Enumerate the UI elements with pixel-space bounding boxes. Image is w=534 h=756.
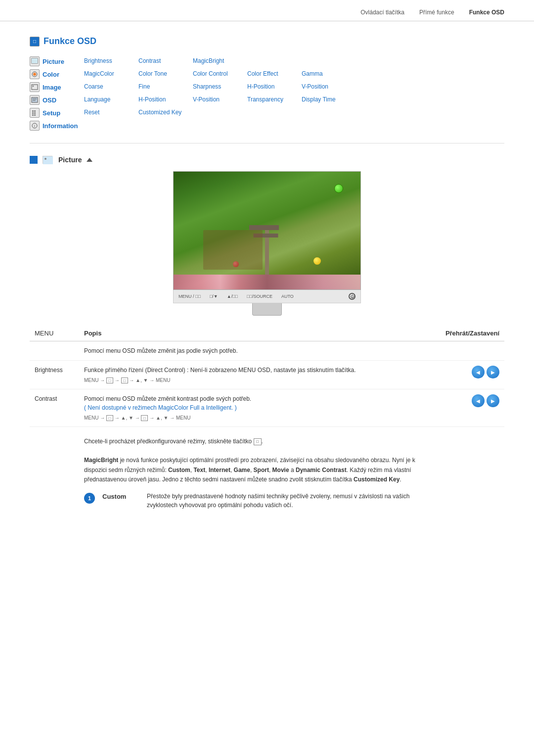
- contrast-path: MENU → □ → ▲, ▼ → □ → ▲, ▼ → MENU: [84, 414, 436, 422]
- sharpness-link[interactable]: Sharpness: [193, 82, 247, 91]
- table-row-contrast: Contrast Pomocí menu OSD můžete změnit k…: [30, 389, 504, 427]
- info-table: MENU Popis Přehrát/Zastavení Pomocí menu…: [30, 326, 504, 515]
- v-position-image-link[interactable]: V-Position: [302, 82, 356, 91]
- picture-label[interactable]: Picture: [43, 58, 64, 65]
- information-label[interactable]: Information: [43, 122, 78, 130]
- custom-number-icon: 1: [84, 493, 95, 504]
- menu-cell-brightness: Brightness: [30, 361, 79, 389]
- image-label[interactable]: Image: [43, 84, 61, 91]
- svg-rect-11: [32, 112, 34, 114]
- osd-section-icon: □: [30, 37, 40, 47]
- power-button[interactable]: ⏻: [349, 293, 356, 300]
- magicbright-main-text: MagicBright je nová funkce poskytující o…: [84, 456, 436, 484]
- brightness-path: MENU → □ → □ → ▲, ▼ → MENU: [84, 377, 436, 384]
- col-header-menu: MENU: [30, 326, 79, 341]
- table-row-intro: Pomocí menu OSD můžete změnit jas podle …: [30, 341, 504, 361]
- yellow-ball: [313, 257, 321, 265]
- custom-icon-label: 1: [88, 494, 91, 503]
- menu-row-information: i Information: [30, 121, 504, 131]
- nav-osd-link[interactable]: Funkce OSD: [469, 9, 504, 16]
- svg-rect-14: [34, 114, 36, 116]
- monitor-controls: MENU / □□ □/▼ ▲/□□ □□/SOURCE AUTO ⏻: [173, 290, 361, 303]
- table-row-magicbright: Chcete-li procházet předkonfigurované re…: [30, 427, 504, 515]
- contrast-btn-next[interactable]: ▶: [487, 394, 499, 407]
- menu-category-color: Color: [30, 69, 84, 79]
- brightness-btn-next[interactable]: ▶: [487, 366, 499, 378]
- pagoda-roof2: [254, 234, 278, 237]
- svg-rect-10: [34, 110, 36, 112]
- contrast-desc: Pomocí menu OSD můžete změnit kontrast p…: [84, 395, 251, 402]
- brightness-menu-label: Brightness: [35, 367, 63, 374]
- coarse-link[interactable]: Coarse: [84, 82, 138, 91]
- picture-section-header: Picture: [30, 151, 504, 164]
- collapse-arrow[interactable]: [87, 158, 92, 162]
- nav-controls-link[interactable]: Ovládací tlačítka: [360, 9, 404, 16]
- custom-item: 1 Custom Přestože byly prednastavené hod…: [84, 492, 436, 510]
- nav-direct-link[interactable]: Přímé funkce: [419, 9, 454, 16]
- v-position-osd-link[interactable]: V-Position: [193, 95, 247, 104]
- svg-point-3: [33, 73, 36, 76]
- color-label[interactable]: Color: [43, 71, 59, 78]
- menu-category-picture: Picture: [30, 56, 84, 66]
- image-icon: [30, 82, 40, 92]
- main-content: □ Funkce OSD Picture Brightness Contrast…: [0, 21, 534, 529]
- osd-label[interactable]: OSD: [43, 96, 56, 104]
- svg-rect-4: [32, 85, 38, 90]
- color-control-link[interactable]: Color Control: [193, 69, 247, 78]
- fine-link[interactable]: Fine: [138, 82, 193, 91]
- table-row-brightness: Brightness Funkce přímého řízení (Direct…: [30, 361, 504, 389]
- custom-desc: Přestože byly prednastavené hodnoty naši…: [147, 492, 436, 510]
- gamma-link[interactable]: Gamma: [302, 69, 356, 78]
- section-icon-left: [30, 156, 38, 164]
- red-ball: [233, 261, 239, 267]
- menu-category-information: i Information: [30, 121, 84, 131]
- desc-cell-brightness: Funkce přímého řízení (Direct Control) :…: [79, 361, 441, 389]
- flowers: [174, 275, 360, 289]
- section-header: □ Funkce OSD: [30, 36, 504, 47]
- image-items: Coarse Fine Sharpness H-Position V-Posit…: [84, 82, 356, 91]
- monitor-screen: [173, 171, 361, 290]
- desc-cell-intro: Pomocí menu OSD můžete změnit jas podle …: [79, 341, 441, 361]
- col-header-desc: Popis: [79, 326, 441, 341]
- action-cell-magicbright: [441, 427, 504, 515]
- brightness-link[interactable]: Brightness: [84, 56, 138, 65]
- color-effect-link[interactable]: Color Effect: [247, 69, 302, 78]
- pagoda-trunk: [265, 225, 269, 275]
- intro-text: Pomocí menu OSD můžete změnit jas podle …: [84, 347, 238, 354]
- reset-link[interactable]: Reset: [84, 108, 138, 117]
- ctrl-auto: AUTO: [281, 294, 294, 299]
- svg-rect-9: [32, 110, 34, 112]
- svg-rect-12: [34, 112, 36, 114]
- brightness-btn-prev[interactable]: ◀: [472, 366, 485, 378]
- contrast-btn-prev[interactable]: ◀: [472, 394, 485, 407]
- menu-category-setup: Setup: [30, 108, 84, 118]
- ctrl-up: ▲/□□: [227, 294, 238, 299]
- h-position-image-link[interactable]: H-Position: [247, 82, 302, 91]
- svg-point-18: [44, 158, 46, 160]
- magiccolor-link[interactable]: MagicColor: [84, 69, 138, 78]
- transparency-link[interactable]: Transparency: [247, 95, 302, 104]
- color-tone-link[interactable]: Color Tone: [138, 69, 193, 78]
- desc-cell-magicbright: Chcete-li procházet předkonfigurované re…: [79, 427, 441, 515]
- information-icon: i: [30, 121, 40, 131]
- contrast-link[interactable]: Contrast: [138, 56, 193, 65]
- monitor-stand: [252, 303, 282, 316]
- action-cell-intro: [441, 341, 504, 361]
- customized-key-link[interactable]: Customized Key: [138, 108, 183, 117]
- color-icon: [30, 69, 40, 79]
- action-cell-contrast: ◀ ▶: [441, 389, 504, 427]
- brightness-desc: Funkce přímého řízení (Direct Control) :…: [84, 367, 356, 374]
- osd-icon: [30, 95, 40, 105]
- color-items: MagicColor Color Tone Color Control Colo…: [84, 69, 356, 78]
- magicbright-link[interactable]: MagicBright: [193, 56, 247, 65]
- menu-row-osd: OSD Language H-Position V-Position Trans…: [30, 95, 504, 105]
- h-position-osd-link[interactable]: H-Position: [138, 95, 193, 104]
- language-link[interactable]: Language: [84, 95, 138, 104]
- custom-label: Custom: [102, 492, 132, 502]
- green-ball: [334, 184, 343, 193]
- col-header-action: Přehrát/Zastavení: [441, 326, 504, 341]
- power-icon[interactable]: ⏻: [349, 293, 356, 300]
- menu-row-setup: Setup Reset Customized Key: [30, 108, 504, 118]
- display-time-link[interactable]: Display Time: [302, 95, 356, 104]
- setup-label[interactable]: Setup: [43, 109, 60, 117]
